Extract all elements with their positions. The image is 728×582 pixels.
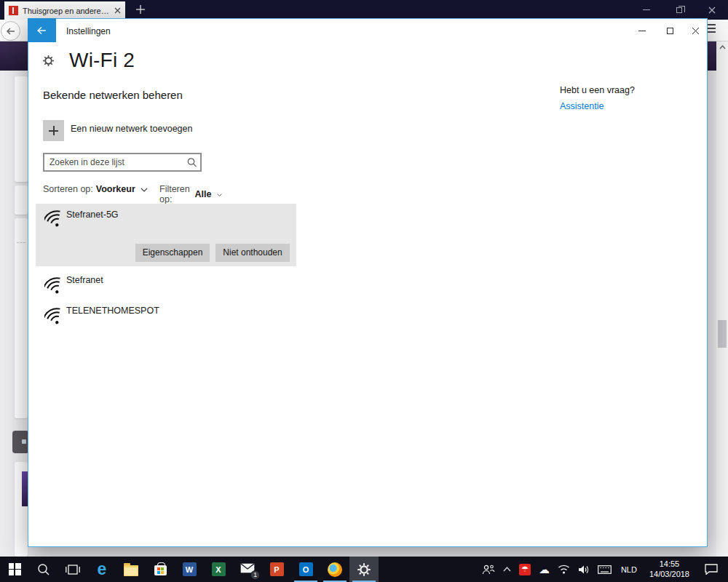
wifi-icon [558,565,570,574]
add-network-label[interactable]: Een nieuw netwerk toevoegen [71,124,192,134]
settings-close-button[interactable] [684,20,706,41]
browser-tab-bar: Thuisgroep en andere ellende - [0,0,728,20]
outlook-button[interactable]: O [291,557,320,582]
minimize-icon [643,9,650,10]
divider [17,242,25,243]
powerpoint-icon: P [270,562,284,576]
filter-value[interactable]: Alle [195,189,212,199]
sort-filter-row: Sorteren op: Voorkeur Filteren op: Alle [43,184,148,194]
wifi-icon [44,210,65,231]
network-search-box [43,153,202,172]
new-tab-button[interactable] [135,4,146,18]
touch-keyboard-button[interactable] [596,557,613,582]
clock-date: 14/03/2018 [649,570,689,580]
network-row[interactable]: TELENETHOMESPOT [36,303,296,335]
taskbar-search-button[interactable] [29,557,58,582]
browser-window-controls [630,0,728,20]
browser-restore-button[interactable] [662,0,695,20]
action-center-button[interactable] [699,557,724,582]
search-input[interactable] [44,157,184,167]
store-button[interactable] [146,557,175,582]
sort-value[interactable]: Voorkeur [96,184,135,194]
search-icon [37,563,50,576]
close-icon [708,7,716,14]
mail-badge: 1 [250,570,260,580]
filter-label: Filteren op: [159,184,192,204]
help-question: Hebt u een vraag? [560,85,635,95]
firefox-button[interactable] [320,557,349,582]
gear-icon [42,55,55,67]
forum-card [15,462,28,557]
add-network-button[interactable] [43,120,64,141]
section-heading: Bekende netwerken beheren [43,89,183,101]
close-icon [692,27,700,35]
magnifier-icon[interactable] [184,157,200,168]
scrollbar-thumb[interactable] [718,320,727,348]
avira-tray-button[interactable]: ☂ [518,557,532,582]
network-row[interactable]: Stefranet [36,270,296,303]
task-view-icon [66,564,80,575]
firefox-icon [328,562,342,577]
chevron-up-icon [503,567,511,572]
browser-back-button[interactable] [1,21,20,41]
minimize-icon [638,31,646,31]
settings-back-button[interactable] [28,18,56,42]
people-icon [482,565,495,575]
restore-icon [676,7,682,13]
wifi-icon [44,277,65,298]
maximize-icon [667,28,673,34]
plus-icon [135,4,146,15]
start-button[interactable] [0,557,29,582]
page-scrollbar[interactable] [716,41,728,557]
settings-taskbar-button[interactable] [349,557,379,582]
word-button[interactable]: W [175,557,204,582]
browser-close-button[interactable] [695,0,728,20]
forum-card [15,186,28,215]
back-icon [6,27,16,36]
system-tray: ☂ ☁ NLD [480,557,728,582]
excel-icon: X [212,562,226,576]
browser-tab[interactable]: Thuisgroep en andere ellende - [4,1,125,20]
powerpoint-button[interactable]: P [262,557,291,582]
gear-icon [357,562,371,577]
scroll-up-icon[interactable] [719,45,726,49]
forum-card [15,76,28,182]
network-name: TELENETHOMESPOT [66,306,159,316]
clock-time: 14:55 [649,559,689,570]
browser-minimize-button[interactable] [630,0,662,20]
outlook-icon: O [299,562,313,576]
mail-button[interactable]: 1 [233,557,262,582]
onedrive-tray-button[interactable]: ☁ [537,557,551,582]
edge-icon: e [98,561,107,578]
sort-label: Sorteren op: [43,184,93,194]
assistance-link[interactable]: Assistentie [560,101,604,111]
people-button[interactable] [480,557,496,582]
excel-button[interactable]: X [204,557,233,582]
file-explorer-icon [124,565,138,576]
wifi-icon [44,308,65,328]
store-icon [154,565,167,575]
tray-expand-button[interactable] [502,557,513,582]
action-center-icon [705,564,718,575]
forget-button[interactable]: Niet onthouden [215,244,290,262]
file-explorer-button[interactable] [116,557,146,582]
taskbar-clock[interactable]: 14:55 14/03/2018 [645,557,694,582]
language-indicator[interactable]: NLD [618,557,640,582]
properties-button[interactable]: Eigenschappen [135,244,210,262]
forum-card [15,218,28,418]
edge-button[interactable]: e [87,557,116,582]
network-name: Stefranet [66,275,103,285]
wifi-tray-button[interactable] [556,557,571,582]
tab-close-icon[interactable] [114,7,121,14]
network-row-selected[interactable]: Stefranet-5G Eigenschappen Niet onthoude… [36,204,296,266]
windows-logo-icon [9,563,21,575]
settings-minimize-button[interactable] [631,20,653,41]
back-arrow-icon [36,26,47,35]
forum-reply-button[interactable] [12,431,29,453]
volume-tray-button[interactable] [577,557,591,582]
chevron-down-icon[interactable] [141,188,148,192]
chevron-down-icon[interactable] [217,193,222,197]
settings-maximize-button[interactable] [659,20,681,41]
taskbar-pinned-apps: e W X 1 P O [0,557,379,582]
task-view-button[interactable] [58,557,87,582]
